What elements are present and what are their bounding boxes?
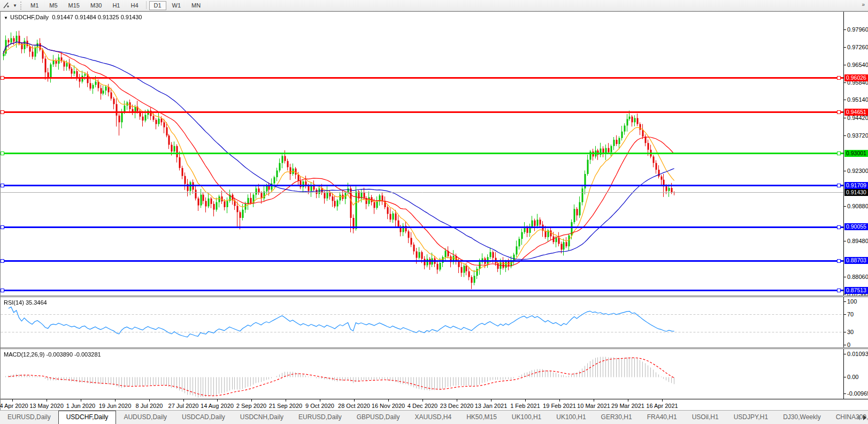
price-axis-tick bbox=[844, 294, 846, 294]
rsi-indicator-panel: RSI(14) 35.3464 10070300 bbox=[1, 297, 868, 347]
date-axis-tick bbox=[286, 399, 286, 402]
timeframe-toolbar: ▼ M1M5M15M30H1H4D1W1MN » bbox=[0, 0, 868, 11]
tab-scroll-left-icon[interactable] bbox=[857, 415, 860, 420]
chart-tab-DJ30-Weekly[interactable]: DJ30,Weekly bbox=[775, 411, 828, 424]
date-axis-tick bbox=[320, 399, 320, 402]
chart-tab-FRA40-H1[interactable]: FRA40,H1 bbox=[640, 411, 685, 424]
rsi-axis-tick bbox=[844, 301, 846, 302]
chevron-down-icon[interactable]: ▼ bbox=[12, 3, 18, 8]
macd-label: MACD(12,26,9) -0.003890 -0.003281 bbox=[4, 351, 101, 358]
date-axis-tick bbox=[594, 399, 594, 402]
rsi-label: RSI(14) 35.3464 bbox=[4, 299, 47, 306]
timeframe-button-M30[interactable]: M30 bbox=[86, 1, 106, 10]
hline-price-badge: 0.94651 bbox=[844, 109, 868, 116]
toolbar-separator bbox=[146, 1, 147, 9]
price-axis-tick bbox=[844, 206, 846, 207]
price-axis-label: 0.93720 bbox=[847, 132, 868, 139]
chart-tab-AUDUSD-Daily[interactable]: AUDUSD,Daily bbox=[116, 411, 174, 424]
chart-tab-USOil-H1[interactable]: USOil,H1 bbox=[685, 411, 726, 424]
price-axis-tick bbox=[844, 241, 846, 241]
trading-platform-window: ▼ M1M5M15M30H1H4D1W1MN » ▼USDCHF,Daily 0… bbox=[0, 0, 868, 424]
date-axis-tick bbox=[217, 399, 218, 402]
price-axis-tick bbox=[844, 135, 846, 136]
macd-axis-tick bbox=[844, 393, 846, 394]
date-axis-tick bbox=[251, 399, 252, 402]
price-axis-label: 0.92300 bbox=[847, 168, 868, 174]
date-axis-tick bbox=[628, 399, 628, 402]
chart-window: ▼USDCHF,Daily 0.91447 0.91484 0.91325 0.… bbox=[0, 11, 868, 410]
chart-tab-UK100-H1[interactable]: UK100,H1 bbox=[549, 411, 593, 424]
date-axis-tick bbox=[81, 399, 81, 402]
rsi-chart[interactable] bbox=[1, 297, 843, 347]
macd-axis-tick bbox=[844, 377, 846, 377]
macd-chart[interactable] bbox=[1, 349, 843, 399]
macd-axis-label: 0.00 bbox=[847, 374, 858, 380]
rsi-axis[interactable]: 10070300 bbox=[844, 297, 868, 347]
chart-tab-USDCHF-Daily[interactable]: USDCHF,Daily bbox=[58, 411, 117, 424]
price-axis-label: 0.96540 bbox=[847, 62, 868, 68]
price-axis-label: 0.97960 bbox=[847, 26, 868, 33]
macd-axis[interactable]: 0.0109330.00-0.009653 bbox=[844, 349, 868, 399]
date-axis-tick bbox=[423, 399, 423, 402]
date-axis-tick bbox=[149, 399, 150, 402]
chart-tab-HK50-M15[interactable]: HK50,M15 bbox=[459, 411, 504, 424]
timeframe-button-W1[interactable]: W1 bbox=[167, 1, 186, 10]
date-axis-tick bbox=[662, 399, 663, 402]
date-axis-tick bbox=[525, 399, 526, 402]
chart-tab-EURUSD-Daily[interactable]: EURUSD,Daily bbox=[0, 411, 58, 424]
price-axis-tick bbox=[844, 82, 846, 83]
timeframe-button-H1[interactable]: H1 bbox=[107, 1, 125, 10]
tab-scroll-right-icon[interactable] bbox=[863, 415, 866, 420]
chart-title: ▼USDCHF,Daily 0.91447 0.91484 0.91325 0.… bbox=[4, 14, 142, 20]
price-chart-panel: ▼USDCHF,Daily 0.91447 0.91484 0.91325 0.… bbox=[1, 12, 868, 296]
hline-price-badge: 0.87513 bbox=[844, 287, 868, 294]
timeframe-buttons: M1M5M15M30H1H4D1W1MN bbox=[25, 1, 206, 10]
rsi-axis-tick bbox=[844, 345, 846, 345]
price-axis-tick bbox=[844, 65, 846, 65]
tab-scroll-arrows bbox=[857, 411, 866, 424]
hline-price-badge: 0.88703 bbox=[844, 257, 868, 264]
price-axis-tick bbox=[844, 277, 846, 277]
timeframe-button-MN[interactable]: MN bbox=[187, 1, 205, 10]
hline-price-badge: 0.93001 bbox=[844, 150, 868, 157]
timeframe-button-D1[interactable]: D1 bbox=[149, 1, 166, 10]
date-axis-tick bbox=[115, 399, 116, 402]
price-axis-label: 0.90880 bbox=[847, 203, 868, 209]
chart-tab-GER30-H1[interactable]: GER30,H1 bbox=[594, 411, 640, 424]
price-axis-label: 0.97260 bbox=[847, 44, 868, 50]
macd-axis-tick bbox=[844, 354, 846, 354]
price-axis-tick bbox=[844, 47, 846, 48]
date-axis[interactable]: 24 Apr 202013 May 20201 Jun 202019 Jun 2… bbox=[1, 399, 868, 411]
candlestick-chart[interactable] bbox=[1, 12, 843, 296]
rsi-axis-label: 100 bbox=[847, 298, 857, 305]
date-axis-tick bbox=[12, 399, 13, 402]
date-axis-tick bbox=[491, 399, 491, 402]
rsi-axis-tick bbox=[844, 314, 846, 315]
chart-tab-USDCNH-Daily[interactable]: USDCNH,Daily bbox=[233, 411, 291, 424]
price-axis-tick bbox=[844, 171, 846, 171]
price-axis[interactable]: 0.979600.972600.965400.958400.951400.944… bbox=[844, 12, 868, 296]
chart-tab-EURUSD-Daily[interactable]: EURUSD,Daily bbox=[291, 411, 349, 424]
hline-price-badge: 0.96026 bbox=[844, 74, 868, 81]
hline-price-badge: 0.90055 bbox=[844, 223, 868, 230]
chart-menu-icon[interactable]: ▼ bbox=[4, 16, 8, 20]
timeframe-button-H4[interactable]: H4 bbox=[126, 1, 143, 10]
timeframe-button-M1[interactable]: M1 bbox=[26, 1, 43, 10]
chart-tab-GBPUSD-Daily[interactable]: GBPUSD,Daily bbox=[349, 411, 408, 424]
price-axis-label: 0.88060 bbox=[847, 274, 868, 280]
toolbar-overflow-icon[interactable]: » bbox=[862, 2, 865, 7]
chart-ohlc-values: 0.91447 0.91484 0.91325 0.91430 bbox=[52, 14, 142, 20]
chart-tab-USDCAD-Daily[interactable]: USDCAD,Daily bbox=[174, 411, 233, 424]
toolbar-grip[interactable] bbox=[20, 2, 23, 10]
crosshair-icon[interactable] bbox=[1, 1, 12, 10]
date-axis-tick bbox=[183, 399, 184, 402]
chart-tab-USDJPY-H1[interactable]: USDJPY,H1 bbox=[726, 411, 775, 424]
rsi-axis-tick bbox=[844, 332, 846, 332]
chart-tab-XAUUSD-H4[interactable]: XAUUSD,H4 bbox=[407, 411, 459, 424]
macd-axis-label: 0.010933 bbox=[847, 351, 868, 357]
hline-price-badge: 0.91709 bbox=[844, 182, 868, 189]
timeframe-button-M15[interactable]: M15 bbox=[64, 1, 85, 10]
timeframe-button-M5[interactable]: M5 bbox=[44, 1, 62, 10]
date-axis-tick bbox=[354, 399, 355, 402]
chart-tab-UK100-H1[interactable]: UK100,H1 bbox=[504, 411, 549, 424]
